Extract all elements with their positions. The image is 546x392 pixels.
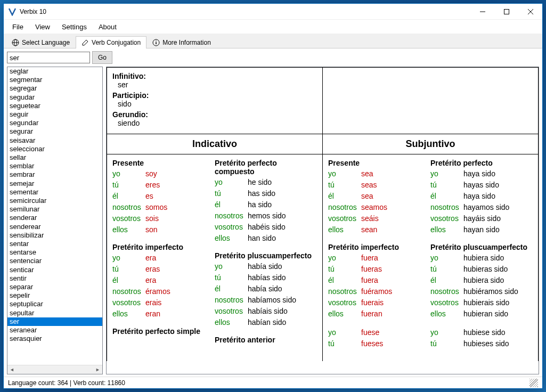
list-item[interactable]: serasquier [7, 334, 102, 343]
search-bar: Go [4, 48, 542, 67]
list-item[interactable]: sentenciar [7, 257, 102, 265]
verb-search-input[interactable] [7, 52, 90, 63]
verb-form: era [145, 252, 156, 264]
pronoun: ellos [215, 317, 248, 328]
list-item[interactable]: seguetear [7, 102, 102, 110]
list-item[interactable]: senderar [7, 214, 102, 222]
conjugation-row: elloshabían sido [215, 317, 313, 328]
list-item[interactable]: segurar [7, 127, 102, 136]
pronoun: yo [215, 177, 248, 188]
list-item[interactable]: seguir [7, 110, 102, 119]
verb-form: eras [145, 264, 160, 275]
tabbar: Select Language Verb Conjugation More In… [4, 34, 542, 48]
conjugation-row: ellossean [328, 224, 426, 235]
participio-value: sido [112, 100, 317, 108]
pronoun: yo [430, 168, 463, 179]
verb-form: soy [145, 168, 157, 179]
subjuntivo-header: Subjuntivo [323, 134, 539, 154]
verb-list[interactable]: seglarsegmentarsegregarsegudarseguetears… [7, 67, 102, 365]
main-area: seglarsegmentarsegregarsegudarseguetears… [4, 67, 542, 377]
list-item[interactable]: semicircular [7, 197, 102, 205]
conjugation-row: elloshayan sido [430, 224, 528, 235]
list-item[interactable]: sepultar [7, 309, 102, 317]
tab-more-information[interactable]: More Information [146, 36, 217, 48]
list-item[interactable]: sensibilizar [7, 231, 102, 240]
verb-form: es [145, 191, 153, 202]
verb-form: sea [361, 168, 373, 179]
list-item[interactable]: sentar [7, 240, 102, 248]
conjugation-row: nosotroshayamos sido [430, 202, 528, 213]
verb-form: son [145, 224, 158, 235]
maximize-button[interactable] [494, 4, 518, 19]
pronoun: tú [328, 264, 361, 275]
conjugation-row: yofuese [328, 327, 426, 338]
list-item[interactable]: seglar [7, 67, 102, 76]
pronoun: ellos [430, 308, 463, 320]
list-item[interactable]: sepelir [7, 291, 102, 300]
menu-file[interactable]: File [7, 21, 29, 33]
list-item[interactable]: ser [7, 317, 102, 326]
resize-grip-icon[interactable] [529, 379, 538, 387]
list-item[interactable]: segundar [7, 119, 102, 127]
verb-form: hubiera sido [463, 252, 504, 264]
conjugation-row: nosotrosfuéramos [328, 286, 426, 297]
pronoun: yo [112, 168, 145, 179]
menu-about[interactable]: About [93, 21, 122, 33]
pronoun: él [112, 191, 145, 202]
conjugation-row: nosotroshemos sido [215, 210, 313, 222]
pronoun: yo [112, 252, 145, 264]
list-item[interactable]: seisavar [7, 136, 102, 145]
conjugation-row: túhubieras sido [430, 264, 528, 275]
list-item[interactable]: sentarse [7, 248, 102, 257]
scroll-right-icon[interactable]: ► [93, 365, 102, 374]
tab-verb-conjugation[interactable]: Verb Conjugation [76, 36, 146, 48]
go-button[interactable]: Go [92, 51, 112, 64]
conjugation-panel[interactable]: Infinitivo: ser Participio: sido Gerundi… [106, 67, 539, 374]
horizontal-scrollbar[interactable]: ◄ ► [7, 365, 102, 374]
list-item[interactable]: segmentar [7, 76, 102, 84]
list-item[interactable]: sementar [7, 188, 102, 197]
verb-form: fuéramos [361, 286, 392, 297]
verb-form: fueran [361, 308, 382, 320]
conjugation-row: élhubiera sido [430, 275, 528, 286]
pronoun: vosotros [328, 213, 361, 224]
list-item[interactable]: semilunar [7, 205, 102, 214]
status-text: Language count: 364 | Verb count: 11860 [8, 379, 125, 387]
list-item[interactable]: sellar [7, 153, 102, 162]
tab-select-language[interactable]: Select Language [6, 36, 76, 48]
pronoun: tú [215, 272, 248, 283]
conjugation-row: élsea [328, 191, 426, 202]
conjugation-row: vosotrossois [112, 213, 210, 224]
list-item[interactable]: septuplicar [7, 300, 102, 308]
verb-form: he sido [248, 177, 272, 188]
conjugation-row: yohabía sido [215, 261, 313, 272]
list-item[interactable]: separar [7, 283, 102, 291]
status-bar: Language count: 364 | Verb count: 11860 [4, 377, 542, 388]
conjugation-row: nosotroséramos [112, 286, 210, 297]
pronoun: tú [430, 338, 463, 349]
conjugation-row: túhayas sido [430, 179, 528, 191]
minimize-button[interactable] [470, 4, 494, 19]
pronoun: tú [430, 264, 463, 275]
list-item[interactable]: seranear [7, 326, 102, 334]
verb-form: somos [145, 202, 167, 213]
close-button[interactable] [518, 4, 542, 19]
menu-view[interactable]: View [30, 21, 55, 33]
list-item[interactable]: senticar [7, 266, 102, 274]
menu-settings[interactable]: Settings [56, 21, 92, 33]
conjugation-row: elloshan sido [215, 233, 313, 244]
verb-form: hubiéramos sido [463, 286, 518, 297]
list-item[interactable]: segregar [7, 84, 102, 93]
list-item[interactable]: semejar [7, 179, 102, 188]
conjugation-row: éles [112, 191, 210, 202]
list-item[interactable]: senderear [7, 223, 102, 231]
list-item[interactable]: seleccionar [7, 145, 102, 153]
list-item[interactable]: sentir [7, 274, 102, 283]
list-item[interactable]: segudar [7, 93, 102, 102]
list-item[interactable]: sembrar [7, 170, 102, 179]
verb-form: haya sido [463, 168, 495, 179]
scroll-left-icon[interactable]: ◄ [7, 365, 17, 374]
pronoun: ellos [112, 224, 145, 235]
conjugation-row: vosotroshabíais sido [215, 306, 313, 317]
list-item[interactable]: semblar [7, 162, 102, 170]
